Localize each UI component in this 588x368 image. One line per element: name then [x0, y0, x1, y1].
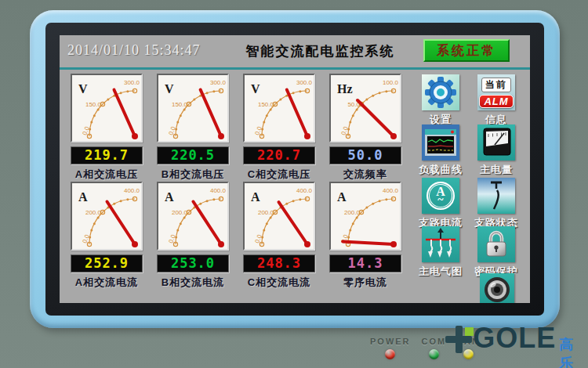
- gauge-title: B相交流电压: [155, 168, 230, 182]
- digital-value-display: 219.7: [71, 146, 143, 164]
- load-curve-icon[interactable]: [422, 124, 459, 161]
- meter-mid-label: 150.0: [85, 101, 102, 108]
- led-com: [429, 349, 439, 359]
- menu-item-branch-status[interactable]: 支路状态: [469, 178, 524, 230]
- meter-max-label: 400.0: [296, 187, 313, 194]
- hmi-screen: 2014/01/10 15:34:47 智能交流配电监控系统 系统正常 0.0 …: [60, 35, 530, 303]
- gauge-1: 0.0 150.0 300.0 V 220.5 B相交流电压: [155, 74, 230, 182]
- menu-item-branch-current[interactable]: A~支路电流: [413, 178, 468, 230]
- meter-max-label: 100.0: [383, 79, 399, 86]
- meter-max-label: 300.0: [210, 79, 227, 86]
- alarm-icon[interactable]: 当前 ALM: [477, 74, 515, 110]
- meter-mid-label: 200.0: [85, 209, 102, 216]
- analog-meter-face: 0.0 150.0 300.0 V: [243, 74, 315, 143]
- gauge-title: 零序电流: [328, 276, 403, 290]
- digital-value-display: 220.7: [243, 146, 315, 164]
- meter-max-label: 400.0: [383, 187, 399, 194]
- menu-item-password-protect[interactable]: 密码保护: [469, 226, 524, 279]
- camera-lens-icon[interactable]: [480, 273, 514, 303]
- electrical-diagram-icon[interactable]: [422, 226, 459, 262]
- gauge-title: A相交流电压: [69, 168, 144, 182]
- meter-unit: V: [78, 82, 88, 96]
- meter-mid-label: 200.0: [344, 209, 361, 216]
- gauge-6: 0.0 200.0 400.0 A 248.3 C相交流电流: [241, 182, 317, 290]
- meter-max-label: 300.0: [124, 79, 140, 86]
- gauge-5: 0.0 200.0 400.0 A 253.0 B相交流电流: [155, 182, 230, 290]
- meter-max-label: 400.0: [210, 187, 227, 194]
- hmi-device-bezel: 2014/01/10 15:34:47 智能交流配电监控系统 系统正常 0.0 …: [30, 10, 560, 328]
- indicator-label: POWER: [370, 337, 411, 346]
- analog-meter-face: 0.0 200.0 400.0 A: [329, 182, 401, 251]
- header-divider: [60, 67, 530, 70]
- meter-mid-label: 150.0: [258, 101, 274, 108]
- analog-meter-face: 0.0 50.0 100.0 Hz: [329, 74, 401, 143]
- analog-meter-face: 0.0 200.0 400.0 A: [71, 182, 143, 251]
- logo-cn-text: 高乐: [559, 335, 588, 368]
- indicator-label: COM: [422, 337, 447, 346]
- menu-item-label: 主电气图: [413, 265, 468, 279]
- meter-unit: V: [251, 82, 260, 96]
- menu-item-label: 主电量: [469, 163, 524, 177]
- gauge-3: 0.0 50.0 100.0 Hz 50.0 交流频率: [328, 74, 403, 182]
- meter-mid-label: 200.0: [258, 209, 274, 216]
- analog-meter-face: 0.0 200.0 400.0 A: [243, 182, 315, 251]
- analog-meter-face: 0.0 150.0 300.0 V: [157, 74, 229, 143]
- page-title: 智能交流配电监控系统: [220, 42, 420, 60]
- meter-unit: Hz: [337, 82, 353, 96]
- menu-item-settings[interactable]: 设置: [413, 74, 468, 127]
- gauge-title: B相交流电流: [155, 276, 230, 290]
- brand-logo: GOLE 高乐: [445, 323, 588, 368]
- gauge-4: 0.0 200.0 400.0 A 252.9 A相交流电流: [69, 182, 144, 290]
- alarm-badge-alm: ALM: [479, 95, 513, 108]
- gauge-title: C相交流电流: [241, 276, 317, 290]
- gauge-title: 交流频率: [328, 168, 403, 182]
- gear-icon[interactable]: [422, 74, 459, 110]
- meter-unit: A: [78, 190, 88, 204]
- meter-mid-label: 150.0: [172, 101, 188, 108]
- meter-unit: A: [251, 190, 260, 204]
- system-status-button[interactable]: 系统正常: [423, 39, 510, 62]
- panel-meter-icon[interactable]: [477, 124, 515, 161]
- meter-unit: V: [165, 82, 174, 96]
- gauge-0: 0.0 150.0 300.0 V 219.7 A相交流电压: [69, 74, 144, 182]
- gauge-2: 0.0 150.0 300.0 V 220.7 C相交流电压: [241, 74, 317, 182]
- menu-item-main-diagram[interactable]: 主电气图: [413, 226, 468, 279]
- switch-symbol-icon[interactable]: [477, 178, 515, 214]
- logo-plus-icon: [445, 326, 471, 357]
- meter-needle: [194, 202, 222, 245]
- ammeter-circle-icon[interactable]: A~: [422, 178, 459, 214]
- alarm-badge-top: 当前: [481, 78, 511, 92]
- meter-needle: [279, 202, 308, 244]
- gauge-title: A相交流电流: [69, 276, 144, 290]
- digital-value-display: 253.0: [157, 254, 229, 272]
- analog-meter-face: 0.0 150.0 300.0 V: [71, 74, 143, 143]
- gauge-title: C相交流电压: [241, 168, 317, 182]
- analog-meter-face: 0.0 200.0 400.0 A: [157, 182, 229, 251]
- menu-item-main-energy[interactable]: 主电量: [469, 124, 524, 177]
- indicator-com: COM: [422, 337, 447, 359]
- meter-unit: A: [165, 190, 174, 204]
- menu-item-label: 负载曲线: [413, 163, 468, 177]
- meter-needle: [358, 100, 394, 136]
- menu-item-alarm-info[interactable]: 当前 ALM信息: [469, 74, 524, 127]
- digital-value-display: 14.3: [329, 254, 401, 272]
- meter-needle: [107, 202, 136, 245]
- meter-needle: [287, 90, 307, 137]
- digital-value-display: 220.5: [157, 146, 229, 164]
- meter-mid-label: 200.0: [172, 209, 188, 216]
- indicator-power: POWER: [370, 337, 411, 359]
- screen-frame: 2014/01/10 15:34:47 智能交流配电监控系统 系统正常 0.0 …: [45, 23, 544, 316]
- digital-value-display: 50.0: [329, 146, 401, 164]
- meter-needle: [201, 90, 221, 136]
- meter-needle: [114, 90, 136, 136]
- logo-brand-text: GOLE: [473, 323, 556, 354]
- menu-item-load-curve[interactable]: 负载曲线: [413, 124, 468, 177]
- digital-value-display: 252.9: [71, 254, 143, 272]
- lock-icon[interactable]: [477, 226, 515, 262]
- meter-unit: A: [337, 190, 347, 204]
- datetime-display: 2014/01/10 15:34:47: [67, 42, 201, 59]
- meter-max-label: 400.0: [124, 187, 140, 194]
- gauge-7: 0.0 200.0 400.0 A 14.3 零序电流: [328, 182, 403, 290]
- meter-max-label: 300.0: [296, 79, 313, 86]
- led-power: [385, 349, 395, 359]
